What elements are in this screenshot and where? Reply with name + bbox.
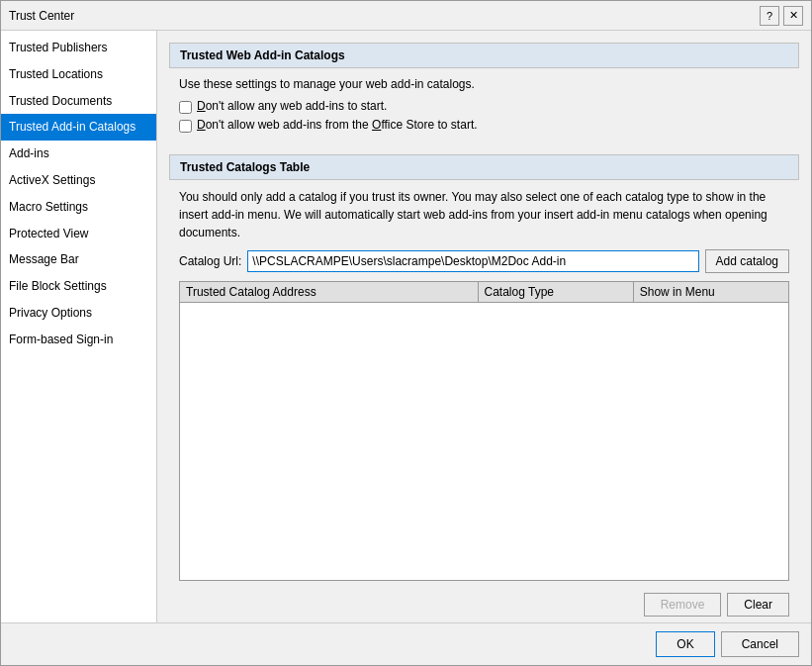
action-buttons: Remove Clear xyxy=(169,589,799,620)
title-bar: Trust Center ? ✕ xyxy=(1,1,811,31)
checkbox2-label: Don't allow web add-ins from the Office … xyxy=(197,118,478,132)
table-body xyxy=(180,303,788,580)
sidebar-item-trusted-documents[interactable]: Trusted Documents xyxy=(1,88,156,115)
clear-button[interactable]: Clear xyxy=(727,593,789,617)
sidebar-item-file-block-settings[interactable]: File Block Settings xyxy=(1,273,156,300)
section2: Trusted Catalogs Table You should only a… xyxy=(169,154,799,620)
sidebar-item-macro-settings[interactable]: Macro Settings xyxy=(1,194,156,221)
section1-content: Use these settings to manage your web ad… xyxy=(169,76,799,146)
col-show-in-menu: Show in Menu xyxy=(634,282,788,302)
dialog-body: Trusted PublishersTrusted LocationsTrust… xyxy=(1,31,811,622)
checkbox2[interactable] xyxy=(179,120,192,133)
section2-description: You should only add a catalog if you tru… xyxy=(169,188,799,249)
sidebar-item-add-ins[interactable]: Add-ins xyxy=(1,141,156,167)
sidebar-item-trusted-publishers[interactable]: Trusted Publishers xyxy=(1,35,156,61)
sidebar-item-trusted-add-in-catalogs[interactable]: Trusted Add-in Catalogs xyxy=(1,114,156,141)
sidebar-item-form-based-sign-in[interactable]: Form-based Sign-in xyxy=(1,327,156,353)
checkbox1-row: Don't allow any web add-ins to start. xyxy=(179,99,789,114)
close-button[interactable]: ✕ xyxy=(783,6,803,26)
sidebar-item-activex-settings[interactable]: ActiveX Settings xyxy=(1,167,156,194)
sidebar: Trusted PublishersTrusted LocationsTrust… xyxy=(1,31,157,622)
section1-description: Use these settings to manage your web ad… xyxy=(179,76,789,93)
title-bar-controls: ? ✕ xyxy=(760,6,803,26)
dialog-footer: OK Cancel xyxy=(1,622,811,665)
col-catalog-type: Catalog Type xyxy=(479,282,634,302)
trust-center-dialog: Trust Center ? ✕ Trusted PublishersTrust… xyxy=(0,0,812,666)
table-header: Trusted Catalog Address Catalog Type Sho… xyxy=(180,282,788,303)
section1-header: Trusted Web Add-in Catalogs xyxy=(169,43,799,68)
checkbox1[interactable] xyxy=(179,101,192,114)
catalogs-table: Trusted Catalog Address Catalog Type Sho… xyxy=(179,281,789,581)
section2-header: Trusted Catalogs Table xyxy=(169,154,799,180)
catalog-url-row: Catalog Url: Add catalog xyxy=(169,249,799,273)
remove-button[interactable]: Remove xyxy=(644,593,722,617)
sidebar-item-privacy-options[interactable]: Privacy Options xyxy=(1,300,156,327)
sidebar-item-protected-view[interactable]: Protected View xyxy=(1,221,156,247)
cancel-button[interactable]: Cancel xyxy=(721,631,799,657)
dialog-title: Trust Center xyxy=(9,9,74,23)
sidebar-item-trusted-locations[interactable]: Trusted Locations xyxy=(1,61,156,88)
col-trusted-catalog-address: Trusted Catalog Address xyxy=(180,282,479,302)
sidebar-item-message-bar[interactable]: Message Bar xyxy=(1,246,156,273)
add-catalog-button[interactable]: Add catalog xyxy=(705,249,789,273)
main-content: Trusted Web Add-in Catalogs Use these se… xyxy=(157,31,811,622)
catalog-url-input[interactable] xyxy=(247,250,698,272)
catalog-url-label: Catalog Url: xyxy=(179,254,241,268)
checkbox1-label: Don't allow any web add-ins to start. xyxy=(197,99,387,113)
help-button[interactable]: ? xyxy=(760,6,779,26)
ok-button[interactable]: OK xyxy=(656,631,714,657)
checkbox2-row: Don't allow web add-ins from the Office … xyxy=(179,118,789,133)
